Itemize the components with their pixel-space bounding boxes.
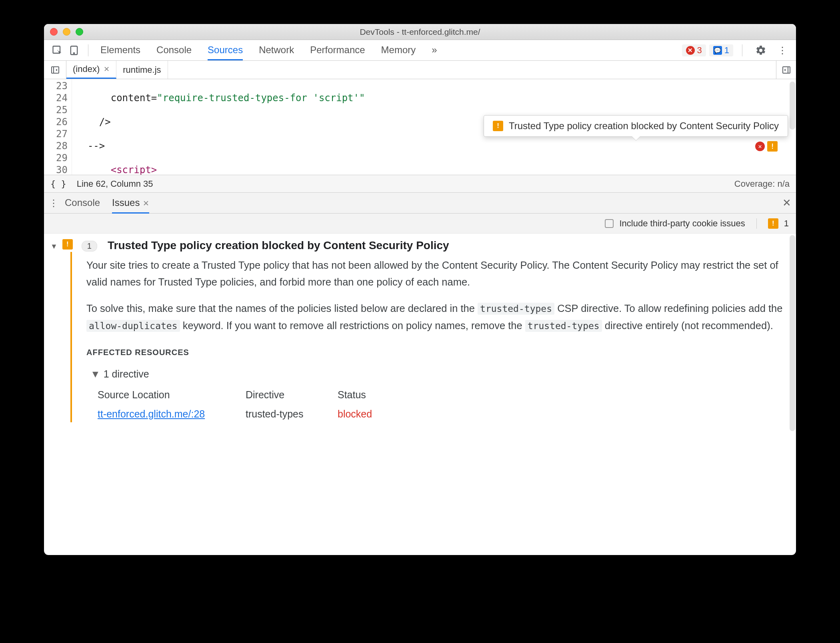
line-number[interactable]: 25 — [44, 104, 68, 116]
drawer-more-icon[interactable]: ⋮ — [49, 198, 58, 209]
titlebar: DevTools - tt-enforced.glitch.me/ — [44, 24, 796, 40]
drawer-tab-console[interactable]: Console — [65, 192, 100, 214]
more-options-icon[interactable]: ⋮ — [774, 45, 791, 56]
tab-sources[interactable]: Sources — [208, 40, 243, 60]
code-status-bar: { } Line 62, Column 35 Coverage: n/a — [44, 175, 796, 193]
line-number[interactable]: 28 — [44, 140, 68, 152]
issue-row[interactable]: ▼ ! 1 Trusted Type policy creation block… — [44, 234, 796, 252]
issue-paragraph: Your site tries to create a Trusted Type… — [86, 257, 788, 290]
line-number[interactable]: 24 — [44, 92, 68, 104]
include-third-party-label: Include third-party cookie issues — [619, 218, 745, 229]
issues-scrollbar[interactable] — [788, 235, 795, 435]
code-snippet: trusted-types — [525, 320, 602, 332]
affected-resources-table: Source Location Directive Status tt-enfo… — [98, 386, 788, 422]
code-snippet: trusted-types — [478, 303, 554, 315]
chevron-down-icon[interactable]: ▼ — [50, 242, 58, 251]
tab-console[interactable]: Console — [156, 40, 192, 60]
tab-more[interactable]: » — [432, 40, 437, 60]
line-gutter: 23 24 25 26 27 28 29 30 — [44, 79, 72, 175]
tooltip-text: Trusted Type policy creation blocked by … — [509, 120, 779, 132]
error-counter[interactable]: ✕ 3 — [682, 44, 706, 56]
coverage-status: Coverage: n/a — [734, 179, 790, 189]
separator — [742, 44, 742, 56]
scroll-thumb[interactable] — [790, 82, 795, 130]
warning-icon: ! — [62, 239, 73, 250]
cursor-position: Line 62, Column 35 — [77, 179, 153, 189]
file-tab-label: runtime.js — [123, 65, 161, 75]
warning-icon[interactable]: ! — [767, 141, 778, 152]
file-tab-runtime[interactable]: runtime.js — [116, 61, 168, 79]
inline-issue-icons: ✕ ! — [755, 141, 778, 152]
file-tabs-bar: (index) ✕ runtime.js — [44, 61, 796, 79]
error-icon: ✕ — [686, 46, 695, 55]
toolbar-right: ✕ 3 💬 1 ⋮ — [682, 44, 792, 56]
device-toggle-icon[interactable] — [68, 44, 80, 56]
issue-title: Trusted Type policy creation blocked by … — [108, 239, 449, 252]
line-number[interactable]: 23 — [44, 80, 68, 92]
tab-network[interactable]: Network — [259, 40, 294, 60]
drawer-close-icon[interactable]: ✕ — [782, 197, 791, 209]
warning-icon: ! — [768, 218, 778, 229]
close-icon[interactable]: ✕ — [143, 199, 149, 208]
svg-rect-3 — [52, 67, 59, 73]
message-counter[interactable]: 💬 1 — [709, 44, 733, 56]
issue-paragraph: To solve this, make sure that the names … — [86, 300, 788, 334]
file-tab-label: (index) — [73, 64, 100, 74]
issues-toolbar: Include third-party cookie issues ! 1 — [44, 214, 796, 234]
issues-count: 1 — [784, 218, 789, 229]
panel-tabs: Elements Console Sources Network Perform… — [100, 40, 437, 60]
separator — [756, 218, 757, 229]
main-toolbar: Elements Console Sources Network Perform… — [44, 40, 796, 61]
error-count: 3 — [697, 45, 702, 56]
issue-details: Your site tries to create a Trusted Type… — [70, 252, 796, 422]
code-editor[interactable]: 23 24 25 26 27 28 29 30 content="require… — [44, 79, 796, 175]
chevron-down-icon[interactable]: ▼ — [90, 368, 100, 379]
scroll-thumb[interactable] — [790, 235, 795, 431]
message-icon: 💬 — [713, 46, 722, 55]
line-number[interactable]: 26 — [44, 116, 68, 128]
status-value: blocked — [338, 405, 410, 422]
include-third-party-checkbox[interactable] — [605, 219, 614, 228]
separator — [88, 44, 88, 56]
table-header: Directive — [246, 386, 338, 405]
issues-panel: ▼ ! 1 Trusted Type policy creation block… — [44, 234, 796, 555]
tab-elements[interactable]: Elements — [100, 40, 140, 60]
drawer-tab-issues[interactable]: Issues✕ — [112, 192, 149, 214]
line-number[interactable]: 30 — [44, 164, 68, 175]
error-icon[interactable]: ✕ — [755, 142, 765, 151]
debugger-pane-toggle-icon[interactable] — [776, 61, 796, 79]
pretty-print-icon[interactable]: { } — [50, 179, 66, 189]
table-header: Source Location — [98, 386, 246, 405]
table-header: Status — [338, 386, 410, 405]
message-count: 1 — [724, 45, 729, 56]
devtools-window: DevTools - tt-enforced.glitch.me/ Elemen… — [44, 24, 796, 555]
directive-value: trusted-types — [246, 405, 338, 422]
close-icon[interactable]: ✕ — [104, 65, 110, 74]
code-scrollbar[interactable] — [788, 79, 795, 175]
file-tabs: (index) ✕ runtime.js — [66, 61, 168, 79]
svg-point-2 — [74, 52, 74, 53]
navigator-toggle-icon[interactable] — [44, 61, 66, 79]
file-tab-index[interactable]: (index) ✕ — [66, 61, 116, 79]
window-title: DevTools - tt-enforced.glitch.me/ — [44, 27, 796, 37]
line-number[interactable]: 29 — [44, 152, 68, 164]
tab-memory[interactable]: Memory — [381, 40, 416, 60]
drawer-tab-label: Issues — [112, 197, 140, 208]
svg-rect-4 — [783, 67, 790, 73]
tab-performance[interactable]: Performance — [310, 40, 365, 60]
drawer-tabs-bar: ⋮ Console Issues✕ ✕ — [44, 193, 796, 214]
line-number[interactable]: 27 — [44, 128, 68, 140]
issue-count-badge: 1 — [82, 241, 97, 252]
issue-tooltip: ! Trusted Type policy creation blocked b… — [484, 115, 788, 137]
affected-resources-heading: AFFECTED RESOURCES — [86, 344, 788, 361]
code-snippet: allow-duplicates — [86, 320, 180, 332]
settings-gear-icon[interactable] — [751, 45, 770, 56]
source-location-link[interactable]: tt-enforced.glitch.me/:28 — [98, 405, 246, 422]
affected-resources-sub[interactable]: ▼1 directive — [90, 365, 788, 382]
inspect-element-icon[interactable] — [51, 44, 63, 56]
warning-icon: ! — [493, 121, 503, 131]
drawer-tabs: Console Issues✕ — [65, 192, 149, 214]
